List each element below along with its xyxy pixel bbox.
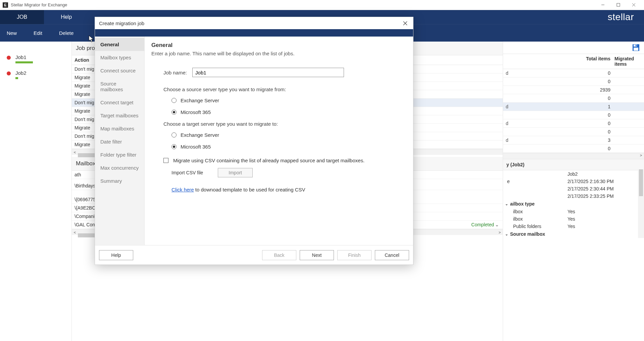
wizard-step-general[interactable]: General bbox=[95, 38, 144, 51]
scroll-thumb[interactable] bbox=[639, 169, 643, 196]
job-name-input[interactable] bbox=[192, 68, 344, 77]
target-exchange-radio[interactable]: Exchange Server bbox=[171, 132, 406, 138]
radio-label: Microsoft 365 bbox=[181, 109, 211, 115]
svg-rect-7 bbox=[636, 45, 637, 46]
svg-rect-6 bbox=[634, 48, 638, 51]
window-controls bbox=[595, 0, 641, 10]
status-dot-icon bbox=[7, 71, 11, 75]
wizard-step-connect-target[interactable]: Connect target bbox=[95, 96, 144, 109]
wizard-step-summary[interactable]: Summary bbox=[95, 174, 144, 187]
checkbox-icon bbox=[163, 158, 168, 163]
scroll-left-icon[interactable]: < bbox=[72, 230, 78, 234]
wizard-step-max-concurrency[interactable]: Max concurrency bbox=[95, 161, 144, 174]
close-button[interactable] bbox=[626, 0, 641, 10]
table-row[interactable]: 0 bbox=[503, 111, 644, 119]
table-row[interactable]: 2939 bbox=[503, 86, 644, 94]
source-exchange-radio[interactable]: Exchange Server bbox=[171, 98, 406, 103]
dialog-close-button[interactable] bbox=[401, 19, 409, 27]
titlebar: E Stellar Migrator for Exchange bbox=[0, 0, 644, 10]
action-new[interactable]: New bbox=[7, 30, 17, 36]
table-row[interactable]: 0 bbox=[503, 128, 644, 136]
scroll-right-icon[interactable]: > bbox=[638, 153, 644, 159]
source-m365-radio[interactable]: Microsoft 365 bbox=[171, 109, 406, 115]
maximize-button[interactable] bbox=[610, 0, 626, 10]
job-progress-bar bbox=[15, 61, 33, 63]
tab-help[interactable]: Help bbox=[44, 10, 89, 24]
minimize-button[interactable] bbox=[595, 0, 610, 10]
status-dot-icon bbox=[7, 56, 11, 60]
job-item-1[interactable]: Job1 bbox=[0, 51, 71, 67]
cancel-button[interactable]: Cancel bbox=[375, 250, 409, 260]
wizard-step-map-mailboxes[interactable]: Map mailboxes bbox=[95, 122, 144, 135]
vertical-scrollbar[interactable] bbox=[638, 169, 644, 238]
target-server-label: Choose a target server type you want to … bbox=[163, 121, 406, 127]
summary-row: ilboxYes bbox=[503, 215, 644, 223]
brand-logo: stellar bbox=[608, 10, 644, 24]
wizard-step-source-mailboxes[interactable]: Source mailboxes bbox=[95, 77, 144, 96]
table-row[interactable]: 0 bbox=[503, 94, 644, 103]
scroll-left-icon[interactable]: < bbox=[72, 150, 78, 154]
create-migration-job-dialog: Create migration job General Mailbox typ… bbox=[95, 17, 413, 265]
col-migrated-items: Migrated items bbox=[614, 56, 641, 67]
svg-rect-1 bbox=[617, 3, 620, 6]
action-delete[interactable]: Delete bbox=[59, 30, 73, 36]
table-row[interactable]: d0 bbox=[503, 69, 644, 77]
right-rows: d0 0 2939 0 d1 0 d0 0 d3 0 bbox=[503, 69, 644, 153]
radio-label: Microsoft 365 bbox=[181, 144, 211, 150]
job-name: Job1 bbox=[15, 54, 33, 60]
mailbox-status: Completed bbox=[454, 222, 494, 227]
table-row[interactable]: d0 bbox=[503, 119, 644, 128]
source-server-label: Choose a source server type you want to … bbox=[163, 87, 406, 92]
table-row[interactable]: d1 bbox=[503, 103, 644, 111]
action-edit[interactable]: Edit bbox=[34, 30, 42, 36]
app-icon: E bbox=[3, 2, 8, 8]
radio-icon bbox=[171, 110, 177, 115]
wizard-nav: General Mailbox types Connect source Sou… bbox=[95, 37, 145, 245]
finish-button[interactable]: Finish bbox=[337, 250, 371, 260]
wizard-content: General Enter a job name. This name will… bbox=[145, 37, 413, 245]
tab-job[interactable]: JOB bbox=[0, 10, 44, 24]
wizard-heading: General bbox=[151, 42, 406, 49]
migrate-using-csv-checkbox[interactable]: Migrate using CSV containing the list of… bbox=[163, 158, 406, 163]
col-total-items: Total items bbox=[506, 56, 614, 67]
summary-row: 2/17/2025 2:30:44 PM bbox=[503, 185, 644, 192]
chevron-down-icon: ⌄ bbox=[505, 202, 508, 206]
job-name: Job2 bbox=[15, 70, 27, 76]
download-template-text: Click here to downoad template to be use… bbox=[171, 187, 406, 192]
wizard-step-mailbox-types[interactable]: Mailbox types bbox=[95, 51, 144, 64]
summary-row: Public foldersYes bbox=[503, 223, 644, 230]
back-button[interactable]: Back bbox=[262, 250, 296, 260]
wizard-step-folder-type-filter[interactable]: Folder type filter bbox=[95, 148, 144, 161]
chevron-down-icon[interactable]: ⌄ bbox=[494, 222, 500, 227]
save-icon[interactable] bbox=[632, 44, 640, 52]
wizard-step-connect-source[interactable]: Connect source bbox=[95, 64, 144, 77]
checkbox-label: Migrate using CSV containing the list of… bbox=[173, 158, 364, 163]
table-row[interactable]: d3 bbox=[503, 136, 644, 145]
summary-group-header[interactable]: ⌄Source mailbox bbox=[503, 230, 644, 238]
help-button[interactable]: Help bbox=[99, 250, 133, 260]
radio-icon bbox=[171, 144, 177, 149]
job-progress-bar bbox=[15, 77, 18, 79]
summary-group-header[interactable]: ⌄ailbox type bbox=[503, 200, 644, 208]
horizontal-scrollbar[interactable]: > bbox=[503, 153, 644, 159]
click-here-link[interactable]: Click here bbox=[171, 187, 194, 192]
right-panel: Total items Migrated items d0 0 2939 0 d… bbox=[503, 42, 644, 341]
table-row[interactable]: 0 bbox=[503, 77, 644, 86]
radio-label: Exchange Server bbox=[181, 98, 219, 103]
summary-row: ilboxYes bbox=[503, 208, 644, 215]
summary-panel: y (Job2) Job2 e2/17/2025 2:16:30 PM 2/17… bbox=[503, 159, 644, 238]
import-csv-label: Import CSV file bbox=[171, 170, 203, 175]
scroll-right-icon[interactable]: > bbox=[497, 230, 503, 234]
table-row[interactable]: 0 bbox=[503, 145, 644, 153]
wizard-step-target-mailboxes[interactable]: Target mailboxes bbox=[95, 109, 144, 122]
summary-row: e2/17/2025 2:16:30 PM bbox=[503, 178, 644, 185]
import-button[interactable]: Import bbox=[218, 168, 253, 177]
radio-label: Exchange Server bbox=[181, 132, 219, 138]
target-m365-radio[interactable]: Microsoft 365 bbox=[171, 144, 406, 150]
wizard-step-date-filter[interactable]: Date filter bbox=[95, 135, 144, 148]
dialog-title: Create migration job bbox=[99, 20, 144, 26]
job-item-2[interactable]: Job2 bbox=[0, 67, 71, 82]
job-list: Job1 Job2 bbox=[0, 42, 72, 341]
radio-icon bbox=[171, 98, 177, 103]
next-button[interactable]: Next bbox=[300, 250, 334, 260]
